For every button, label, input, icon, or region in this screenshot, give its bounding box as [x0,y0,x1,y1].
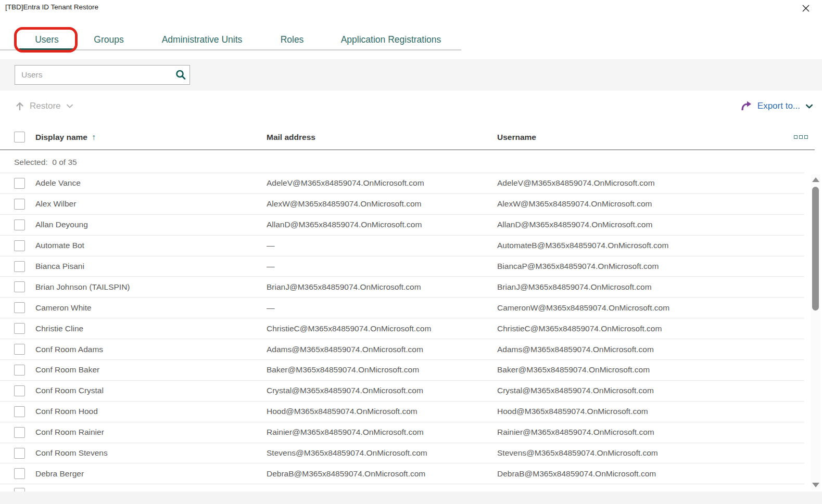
mail-cell: — [267,303,497,313]
toolbar: Restore Export to... [0,91,822,122]
tab-groups[interactable]: Groups [83,29,134,50]
search-input[interactable] [15,70,172,80]
restore-button[interactable]: Restore [15,101,74,111]
row-checkbox[interactable] [14,240,25,251]
column-header-display-name[interactable]: Display name [35,133,87,142]
search-box [15,65,190,85]
username-cell: ChristieC@M365x84859074.OnMicrosoft.com [497,324,804,333]
row-checkbox[interactable] [14,199,25,210]
selection-summary-text: Selected: 0 of 35 [14,158,77,167]
row-checkbox[interactable] [14,406,25,417]
tab-label: Administrative Units [162,34,243,45]
display-name-cell: Conf Room Baker [35,365,267,374]
tab-users[interactable]: Users [18,29,75,50]
window-title: [TBD]Entra ID Tenant Restore [5,3,98,11]
table-row[interactable]: Adele Vance AdeleV@M365x84859074.OnMicro… [0,173,804,194]
row-checkbox[interactable] [14,281,25,292]
table-row[interactable]: Conf Room Adams Adams@M365x84859074.OnMi… [0,339,804,360]
mail-cell: ChristieC@M365x84859074.OnMicrosoft.com [267,324,497,333]
mail-cell: — [267,262,497,271]
display-name-cell: Alex Wilber [35,199,267,209]
table-row[interactable]: Conf Room Hood Hood@M365x84859074.OnMicr… [0,402,804,422]
display-name-cell: Allan Deyoung [35,220,267,229]
username-cell: BrianJ@M365x84859074.OnMicrosoft.com [497,282,804,292]
table-row[interactable]: Bianca Pisani — BiancaP@M365x84859074.On… [0,256,804,277]
row-checkbox[interactable] [14,323,25,334]
active-tab-underline [19,48,74,51]
mail-cell: AdeleV@M365x84859074.OnMicrosoft.com [267,178,497,188]
table-row[interactable]: Cameron White — CameronW@M365x84859074.O… [0,298,804,318]
username-cell: Adams@M365x84859074.OnMicrosoft.com [497,345,804,354]
username-cell: DebraB@M365x84859074.OnMicrosoft.com [497,469,804,479]
column-header-username[interactable]: Username [497,133,536,142]
chevron-down-icon [805,102,814,111]
display-name-cell: Conf Room Rainier [35,428,267,437]
search-strip [0,59,822,91]
table-row[interactable]: Alex Wilber AlexW@M365x84859074.OnMicros… [0,194,804,215]
row-checkbox[interactable] [14,488,25,492]
scroll-up-arrow-icon[interactable] [812,177,819,182]
vertical-scrollbar[interactable] [811,174,820,489]
username-cell: Crystal@M365x84859074.OnMicrosoft.com [497,386,804,395]
table-row[interactable]: Conf Room Stevens Stevens@M365x84859074.… [0,443,804,464]
mail-cell: Baker@M365x84859074.OnMicrosoft.com [267,365,497,374]
username-cell: AdeleV@M365x84859074.OnMicrosoft.com [497,178,804,188]
table-row[interactable]: Conf Room Baker Baker@M365x84859074.OnMi… [0,360,804,381]
mail-cell: Stevens@M365x84859074.OnMicrosoft.com [267,448,497,458]
mail-cell: Adams@M365x84859074.OnMicrosoft.com [267,345,497,354]
tab-label: Roles [281,34,304,45]
row-checkbox[interactable] [14,385,25,396]
select-all-checkbox[interactable] [14,132,25,143]
row-checkbox[interactable] [14,178,25,189]
table-row[interactable]: Debra Berger DebraB@M365x84859074.OnMicr… [0,463,804,484]
username-cell: CameronW@M365x84859074.OnMicrosoft.com [497,303,804,313]
tab-roles[interactable]: Roles [271,29,313,50]
row-checkbox[interactable] [14,448,25,459]
table-header: Display name ↑ Mail address Username [0,125,815,150]
table-row[interactable]: Conf Room Crystal Crystal@M365x84859074.… [0,381,804,402]
table-row[interactable]: Brian Johnson (TAILSPIN) BrianJ@M365x848… [0,277,804,298]
tab-administrative-units[interactable]: Administrative Units [148,29,256,50]
sort-ascending-icon[interactable]: ↑ [92,133,96,142]
table-row[interactable]: Christie Cline ChristieC@M365x84859074.O… [0,318,804,339]
close-icon[interactable] [800,3,812,14]
tab-label: Users [35,34,59,45]
display-name-cell: Automate Bot [35,241,267,250]
display-name-cell: Brian Johnson (TAILSPIN) [35,282,267,292]
export-button[interactable]: Export to... [740,100,814,112]
tab-application-registrations[interactable]: Application Registrations [326,29,456,50]
row-checkbox[interactable] [14,468,25,479]
row-checkbox[interactable] [14,219,25,230]
username-cell: AlexW@M365x84859074.OnMicrosoft.com [497,199,804,209]
table-row[interactable]: Automate Bot — AutomateB@M365x84859074.O… [0,236,804,256]
mail-cell: DebraB@M365x84859074.OnMicrosoft.com [267,469,497,479]
mail-cell: Rainier@M365x84859074.OnMicrosoft.com [267,428,497,437]
column-header-mail-address[interactable]: Mail address [267,133,315,141]
search-icon[interactable] [172,65,189,85]
mail-cell: Hood@M365x84859074.OnMicrosoft.com [267,407,497,416]
row-checkbox[interactable] [14,261,25,272]
row-checkbox[interactable] [14,344,25,355]
display-name-cell: Bianca Pisani [35,262,267,271]
username-cell: AutomateB@M365x84859074.OnMicrosoft.com [497,241,804,250]
user-table-body: Adele Vance AdeleV@M365x84859074.OnMicro… [0,173,804,484]
table-row-partial[interactable] [0,485,804,492]
display-name-cell: Conf Room Stevens [35,448,267,458]
scroll-down-arrow-icon[interactable] [812,483,819,487]
table-row[interactable]: Conf Room Rainier Rainier@M365x84859074.… [0,422,804,443]
row-checkbox[interactable] [14,302,25,313]
row-checkbox[interactable] [14,365,25,376]
table-row[interactable]: Allan Deyoung AllanD@M365x84859074.OnMic… [0,215,804,236]
username-cell: Rainier@M365x84859074.OnMicrosoft.com [497,428,804,437]
column-options-icon[interactable] [794,135,808,139]
footer-strip [0,492,822,504]
scrollbar-thumb[interactable] [812,187,819,311]
username-cell: Stevens@M365x84859074.OnMicrosoft.com [497,448,804,458]
display-name-cell: Conf Room Crystal [35,386,267,395]
export-label: Export to... [757,101,800,111]
row-checkbox[interactable] [14,427,25,438]
username-cell: Baker@M365x84859074.OnMicrosoft.com [497,365,804,374]
restore-up-arrow-icon [15,101,25,111]
title-bar: [TBD]Entra ID Tenant Restore [0,0,822,16]
display-name-cell: Conf Room Adams [35,345,267,354]
